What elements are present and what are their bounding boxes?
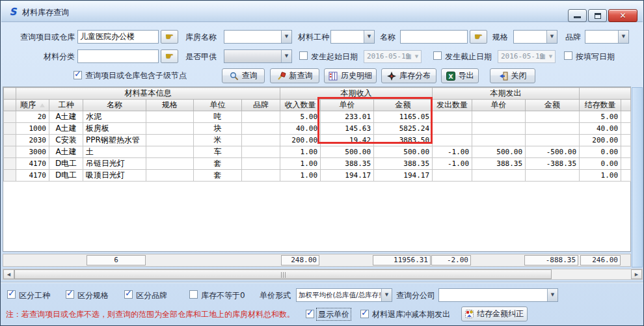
grid-cell[interactable]: 40.00 — [580, 123, 621, 135]
grid-cell[interactable]: 40.00 — [280, 123, 321, 135]
scroll-left-button[interactable]: ◀ — [3, 269, 14, 279]
grid-cell[interactable]: 5.00 — [280, 111, 321, 123]
col-header-income-price[interactable]: 单价 — [321, 100, 374, 111]
grid-cell[interactable] — [472, 135, 526, 146]
grid-cell[interactable]: 19.42 — [321, 135, 374, 146]
grid-cell[interactable] — [242, 135, 280, 146]
grid-cell[interactable]: 194.17 — [374, 170, 433, 182]
project-input[interactable] — [77, 30, 159, 44]
query-button[interactable]: 查询 — [222, 68, 265, 83]
row-indicator[interactable] — [4, 123, 16, 135]
owner-supplied-select[interactable]: ▼ — [224, 49, 292, 63]
name-input[interactable] — [400, 30, 468, 44]
col-header-brand[interactable]: 品牌 — [242, 100, 280, 111]
row-indicator[interactable] — [4, 158, 16, 170]
grid-cell[interactable]: 388.35 — [472, 158, 526, 170]
balance-correct-button[interactable]: 结存金额纠正 — [461, 306, 528, 321]
category-input[interactable] — [77, 49, 159, 63]
by-fill-date-checkbox[interactable] — [564, 51, 572, 60]
grid-cell[interactable]: 0.00 — [580, 146, 621, 158]
grid-cell[interactable]: 板房板 — [83, 123, 146, 135]
grid-cell[interactable] — [526, 135, 580, 146]
chevron-down-icon[interactable]: ▼ — [547, 289, 557, 301]
table-row[interactable]: 4170D电工吸顶日光灯套1.00194.17194.171.00 — [4, 170, 631, 182]
table-row[interactable]: 20A土建水泥吨5.00233.011165.055.00 — [4, 111, 631, 123]
grid-cell[interactable] — [472, 123, 526, 135]
grid-cell[interactable]: 388.35 — [321, 158, 374, 170]
grid-cell[interactable]: A土建 — [49, 123, 83, 135]
return-offset-checkbox[interactable] — [360, 310, 369, 318]
col-header-balance-qty[interactable]: 结存数量 — [580, 100, 621, 111]
maximize-button[interactable] — [588, 9, 607, 22]
grid-cell[interactable]: PPR钢塑热水管 — [83, 135, 146, 146]
grid-cell[interactable]: -500.00 — [526, 146, 580, 158]
grid-cell[interactable]: 土 — [83, 146, 146, 158]
col-header-outgo-amount[interactable]: 金额 — [526, 100, 580, 111]
grid-cell[interactable]: 1165.05 — [374, 111, 433, 123]
grid-cell[interactable] — [433, 111, 472, 123]
grid-cell[interactable]: 2030 — [16, 135, 49, 146]
table-row[interactable]: 4170D电工吊链日光灯套1.00388.35388.35-1.00388.35… — [4, 158, 631, 170]
grid-cell[interactable] — [472, 111, 526, 123]
price-form-select[interactable]: 加权平均价(总库值/总库存量) ▼ — [296, 288, 392, 302]
grid-cell[interactable] — [433, 135, 472, 146]
col-header-income-amount[interactable]: 金额 — [374, 100, 433, 111]
distinguish-spec-checkbox[interactable] — [66, 290, 74, 299]
chevron-down-icon[interactable]: ▼ — [413, 51, 420, 62]
row-indicator[interactable] — [4, 135, 16, 146]
grid-cell[interactable]: -388.35 — [526, 158, 580, 170]
show-price-checkbox[interactable] — [306, 310, 314, 318]
grid-cell[interactable] — [146, 135, 194, 146]
col-header-income-qty[interactable]: 收入数量 — [280, 100, 321, 111]
grid-cell[interactable]: C安装 — [49, 135, 83, 146]
end-date-picker[interactable]: 2016-05-19 ▦ ▼ — [498, 50, 556, 63]
grid-cell[interactable]: 吨 — [194, 111, 242, 123]
grid-cell[interactable]: -1.00 — [433, 146, 472, 158]
row-indicator[interactable] — [4, 146, 16, 158]
close-button[interactable]: ✕ — [608, 9, 637, 22]
grid-cell[interactable]: 4170 — [16, 170, 49, 182]
grid-cell[interactable]: 3883.50 — [374, 135, 433, 146]
grid-cell[interactable]: 3000 — [16, 146, 49, 158]
spec-select[interactable]: ▼ — [513, 30, 557, 44]
col-header-outgo-qty[interactable]: 发出数量 — [433, 100, 472, 111]
grid-cell[interactable] — [242, 170, 280, 182]
grid-cell[interactable]: A土建 — [49, 146, 83, 158]
col-header-spec[interactable]: 规格 — [146, 100, 194, 111]
grid-cell[interactable] — [526, 170, 580, 182]
grid-cell[interactable]: 0.00 — [580, 158, 621, 170]
chevron-down-icon[interactable]: ▼ — [281, 31, 291, 43]
row-indicator[interactable] — [4, 170, 16, 182]
grid-cell[interactable]: 20 — [16, 111, 49, 123]
grid-cell[interactable] — [146, 146, 194, 158]
stock-distribution-button[interactable]: 库存分布 — [381, 68, 436, 83]
close-form-button[interactable]: 关闭 — [490, 68, 535, 83]
grid-cell[interactable]: 233.01 — [321, 111, 374, 123]
grid-cell[interactable]: 200.00 — [280, 135, 321, 146]
grid-cell[interactable] — [526, 123, 580, 135]
grid-cell[interactable]: D电工 — [49, 158, 83, 170]
grid-cell[interactable]: 5.00 — [580, 111, 621, 123]
branch-select[interactable]: ▼ — [438, 288, 558, 302]
project-picker-button[interactable]: ☛ — [161, 30, 178, 44]
include-children-checkbox[interactable] — [74, 71, 82, 79]
brand-select[interactable]: ▼ — [585, 30, 629, 44]
col-header-outgo-price[interactable]: 单价 — [472, 100, 526, 111]
grid-cell[interactable]: 500.00 — [321, 146, 374, 158]
grid-cell[interactable]: 1.00 — [280, 146, 321, 158]
grid-cell[interactable] — [146, 123, 194, 135]
grid-cell[interactable]: -1.00 — [433, 158, 472, 170]
trade-select[interactable]: ▼ — [330, 30, 375, 44]
table-row[interactable]: 1000A土建板房板块40.00145.635825.2440.00 — [4, 123, 631, 135]
table-row[interactable]: 2030C安装PPR钢塑热水管米200.0019.423883.50200.00 — [4, 135, 631, 146]
grid-cell[interactable]: 吸顶日光灯 — [83, 170, 146, 182]
grid-cell[interactable]: 水泥 — [83, 111, 146, 123]
chevron-down-icon[interactable]: ▼ — [364, 31, 374, 43]
grid-cell[interactable]: 145.63 — [321, 123, 374, 135]
grid-cell[interactable] — [526, 111, 580, 123]
scroll-right-button[interactable]: ▶ — [631, 269, 642, 279]
grid-cell[interactable]: 4170 — [16, 158, 49, 170]
grid-cell[interactable]: 1.00 — [580, 170, 621, 182]
chevron-down-icon[interactable]: ▼ — [547, 51, 554, 62]
start-date-picker[interactable]: 2016-05-19 ▦ ▼ — [364, 50, 422, 63]
